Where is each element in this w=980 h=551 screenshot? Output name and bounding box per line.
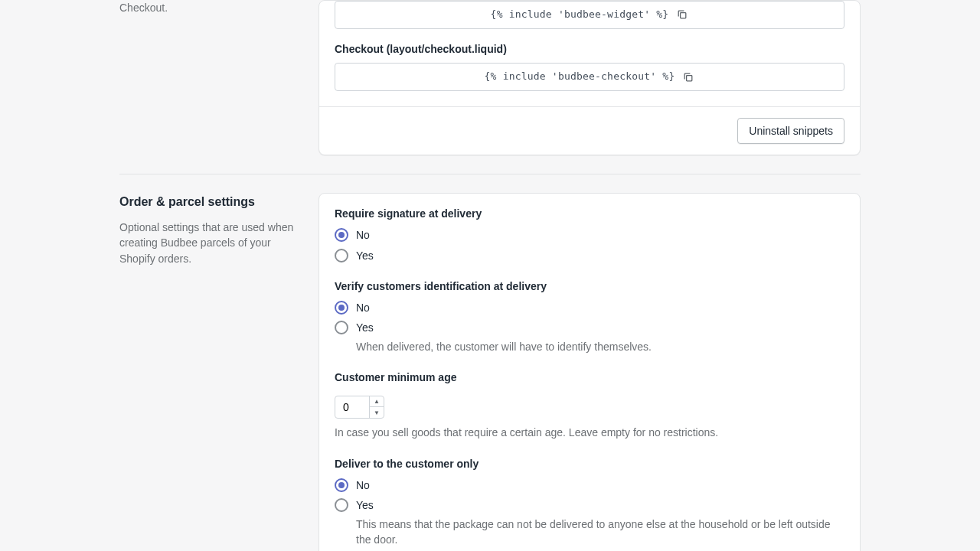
snippets-card: {% include 'budbee-widget' %} Checkout (… — [318, 0, 861, 155]
customer-only-no-label[interactable]: No — [356, 478, 370, 493]
uninstall-snippets-button[interactable]: Uninstall snippets — [737, 118, 844, 144]
checkout-code-block: {% include 'budbee-checkout' %} — [335, 63, 844, 91]
order-settings-description: Optional settings that are used when cre… — [119, 220, 300, 266]
svg-rect-0 — [681, 13, 686, 18]
customer-only-radio-yes[interactable] — [335, 498, 348, 512]
verify-id-radio-no[interactable] — [335, 301, 348, 315]
customer-only-yes-help: This means that the package can not be d… — [356, 517, 844, 548]
copy-icon[interactable] — [676, 8, 688, 21]
verify-id-radio-yes[interactable] — [335, 321, 348, 334]
order-settings-card: Require signature at delivery No Yes Ver… — [318, 193, 861, 551]
min-age-stepper: ▲ ▼ — [335, 396, 384, 419]
checkout-snippet-label: Checkout (layout/checkout.liquid) — [335, 41, 844, 57]
customer-only-radio-no[interactable] — [335, 478, 348, 492]
signature-label: Require signature at delivery — [335, 206, 844, 221]
order-settings-title: Order & parcel settings — [119, 193, 300, 210]
min-age-step-down[interactable]: ▼ — [370, 407, 384, 418]
customer-only-yes-label[interactable]: Yes — [356, 497, 844, 513]
svg-rect-1 — [687, 75, 692, 80]
verify-id-no-label[interactable]: No — [356, 300, 370, 315]
verify-id-label: Verify customers identification at deliv… — [335, 279, 844, 294]
widget-code: {% include 'budbee-widget' %} — [491, 8, 669, 22]
verify-id-yes-help: When delivered, the customer will have t… — [356, 339, 652, 354]
customer-only-label: Deliver to the customer only — [335, 456, 844, 471]
signature-radio-yes[interactable] — [335, 249, 348, 262]
verify-id-yes-label[interactable]: Yes — [356, 320, 652, 335]
min-age-step-up[interactable]: ▲ — [370, 396, 384, 407]
min-age-help: In case you sell goods that require a ce… — [335, 425, 844, 440]
widget-code-block: {% include 'budbee-widget' %} — [335, 1, 844, 29]
copy-icon[interactable] — [682, 71, 694, 83]
snippets-intro-fragment: Checkout. — [119, 0, 300, 15]
signature-yes-label[interactable]: Yes — [356, 248, 374, 263]
signature-radio-no[interactable] — [335, 228, 348, 242]
checkout-code: {% include 'budbee-checkout' %} — [485, 70, 675, 84]
min-age-input[interactable] — [335, 396, 369, 418]
min-age-label: Customer minimum age — [335, 370, 844, 385]
signature-no-label[interactable]: No — [356, 227, 370, 243]
